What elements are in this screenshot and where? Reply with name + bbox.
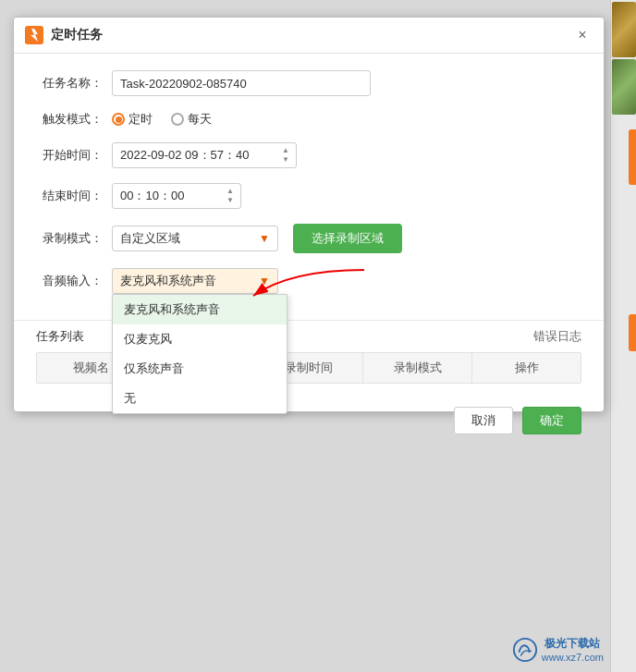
task-list-area: 任务列表 错误日志 视频名 状态 录制时间 录制模式 操作: [14, 320, 604, 411]
radio-scheduled-circle[interactable]: [112, 113, 125, 126]
dialog-body: 任务名称： 触发模式： 定时 每天 开始时间： 2022-09-02 09：57…: [14, 54, 604, 320]
record-mode-value: 自定义区域: [120, 230, 180, 247]
title-bar: 定时任务 ×: [14, 18, 604, 54]
start-time-row: 开始时间： 2022-09-02 09：57：40 ▲ ▼: [36, 142, 581, 168]
audio-input-label: 音频输入：: [36, 273, 103, 289]
watermark: 极光下载站 www.xz7.com: [512, 636, 604, 663]
action-buttons: 取消 确定: [454, 407, 581, 434]
task-name-row: 任务名称：: [36, 70, 581, 96]
watermark-logo: 极光下载站 www.xz7.com: [512, 636, 604, 663]
end-time-spinner[interactable]: ▲ ▼: [224, 187, 237, 205]
dropdown-item-3[interactable]: 无: [113, 384, 287, 413]
start-time-value: 2022-09-02 09：57：40: [120, 147, 272, 164]
end-time-value: 00：10：00: [120, 188, 216, 204]
audio-input-row: 音频输入： 麦克风和系统声音 ▼ 麦克风和系统声音 仅麦克风 仅系统声音 无: [36, 268, 581, 294]
watermark-line1: 极光下载站: [542, 636, 604, 652]
col-record-mode: 录制模式: [363, 353, 472, 383]
radio-daily-label: 每天: [188, 111, 212, 128]
dialog-title: 定时任务: [51, 27, 572, 43]
task-name-label: 任务名称：: [36, 75, 103, 92]
record-mode-label: 录制模式：: [36, 230, 103, 247]
end-time-row: 结束时间： 00：10：00 ▲ ▼: [36, 183, 581, 209]
audio-dropdown-list: 麦克风和系统声音 仅麦克风 仅系统声音 无: [112, 294, 287, 414]
cancel-button[interactable]: 取消: [454, 407, 513, 434]
task-list-title: 任务列表: [36, 328, 84, 345]
record-mode-row: 录制模式： 自定义区域 ▼ 选择录制区域: [36, 224, 581, 253]
close-button[interactable]: ×: [572, 25, 593, 45]
dropdown-item-0[interactable]: 麦克风和系统声音: [113, 295, 287, 324]
audio-input-dropdown-arrow: ▼: [259, 275, 270, 287]
watermark-text: 极光下载站 www.xz7.com: [542, 636, 604, 663]
trigger-mode-row: 触发模式： 定时 每天: [36, 111, 581, 128]
record-mode-select-wrapper: 自定义区域 ▼: [112, 226, 278, 251]
end-time-down-arrow[interactable]: ▼: [224, 196, 237, 205]
right-scrollbar-1[interactable]: [629, 129, 636, 185]
radio-scheduled-label: 定时: [128, 111, 153, 128]
error-log-link[interactable]: 错误日志: [533, 328, 581, 345]
col-operation: 操作: [472, 353, 581, 383]
radio-scheduled[interactable]: 定时: [112, 111, 153, 128]
audio-input-select-wrapper: 麦克风和系统声音 ▼: [112, 268, 278, 294]
right-scrollbar-2[interactable]: [629, 314, 636, 351]
end-time-label: 结束时间：: [36, 188, 103, 204]
dropdown-item-2[interactable]: 仅系统声音: [113, 354, 287, 384]
audio-input-value: 麦克风和系统声音: [120, 273, 216, 289]
radio-daily[interactable]: 每天: [171, 111, 212, 128]
watermark-icon: [512, 637, 538, 663]
record-mode-dropdown-arrow: ▼: [259, 232, 270, 245]
audio-input-select[interactable]: 麦克风和系统声音 ▼: [112, 268, 278, 294]
start-time-down-arrow[interactable]: ▼: [279, 155, 292, 165]
thumbnail-1: [612, 2, 636, 57]
start-time-label: 开始时间：: [36, 147, 103, 164]
record-mode-select[interactable]: 自定义区域 ▼: [112, 226, 278, 251]
dropdown-item-1[interactable]: 仅麦克风: [113, 324, 287, 354]
start-time-up-arrow[interactable]: ▲: [279, 146, 292, 155]
end-time-up-arrow[interactable]: ▲: [224, 187, 237, 196]
radio-daily-circle[interactable]: [171, 113, 184, 126]
trigger-radio-group: 定时 每天: [112, 111, 212, 128]
dialog-scheduled-task: 定时任务 × 任务名称： 触发模式： 定时 每天 开: [13, 17, 605, 412]
start-time-input[interactable]: 2022-09-02 09：57：40 ▲ ▼: [112, 142, 297, 168]
end-time-input[interactable]: 00：10：00 ▲ ▼: [112, 183, 241, 209]
app-icon: [25, 26, 43, 44]
trigger-mode-label: 触发模式：: [36, 111, 103, 128]
task-name-input[interactable]: [112, 70, 371, 96]
thumbnail-2: [612, 59, 636, 115]
watermark-line2: www.xz7.com: [542, 652, 604, 663]
audio-input-wrapper: 麦克风和系统声音 ▼ 麦克风和系统声音 仅麦克风 仅系统声音 无: [112, 268, 278, 294]
start-time-spinner[interactable]: ▲ ▼: [279, 146, 292, 165]
confirm-button[interactable]: 确定: [522, 407, 581, 434]
select-area-button[interactable]: 选择录制区域: [293, 224, 402, 253]
svg-point-3: [514, 638, 536, 660]
